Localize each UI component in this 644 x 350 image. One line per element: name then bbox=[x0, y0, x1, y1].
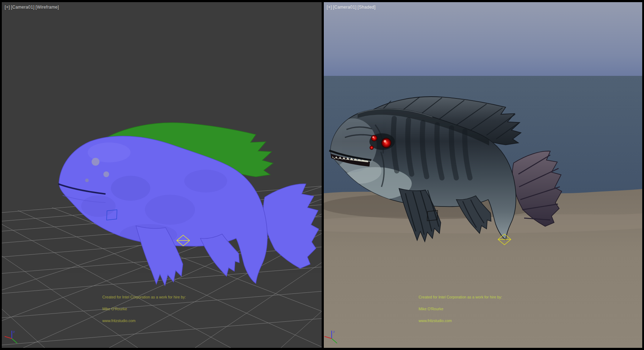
scene-credits-text: Created for Intel Corporation as a work … bbox=[102, 287, 186, 331]
viewport-label-right: [+] [Camera01] [Shaded] bbox=[327, 5, 376, 10]
viewport-menu-general[interactable]: [+] bbox=[5, 5, 10, 10]
viewport-menu-pov[interactable]: [Camera01] bbox=[333, 5, 357, 10]
gizmo-z-label: z bbox=[333, 330, 335, 334]
viewport-menu-shading[interactable]: [Wireframe] bbox=[35, 5, 59, 10]
scene-credits-text: Created for Intel Corporation as a work … bbox=[419, 287, 502, 331]
fish-eye-spot bbox=[92, 158, 99, 166]
credits-line-2: Mike O'Rourke bbox=[419, 307, 502, 311]
credits-line-1: Created for Intel Corporation as a work … bbox=[419, 295, 502, 299]
credits-line-3: www.fritzstudio.com bbox=[102, 319, 186, 323]
viewport-menu-pov[interactable]: [Camera01] bbox=[11, 5, 35, 10]
viewport-menu-shading[interactable]: [Shaded] bbox=[357, 5, 375, 10]
viewport-shaded[interactable]: [+] [Camera01] [Shaded] bbox=[324, 2, 642, 348]
viewport-label-left: [+] [Camera01] [Wireframe] bbox=[5, 5, 59, 10]
viewport-wireframe[interactable]: [+] [Camera01] [Wireframe] bbox=[2, 2, 322, 348]
fish-eye-spot bbox=[85, 179, 89, 182]
fish-eye-spot bbox=[103, 171, 109, 177]
viewport-menu-general[interactable]: [+] bbox=[327, 5, 332, 10]
credits-line-1: Created for Intel Corporation as a work … bbox=[102, 295, 186, 299]
sky bbox=[324, 2, 642, 78]
credits-line-3: www.fritzstudio.com bbox=[419, 319, 502, 323]
dual-viewport-window: [+] [Camera01] [Wireframe] bbox=[0, 0, 644, 350]
credits-line-2: Mike O'Rourke bbox=[102, 307, 186, 311]
fish-eyes bbox=[369, 133, 395, 150]
gizmo-z-label: z bbox=[13, 330, 15, 334]
